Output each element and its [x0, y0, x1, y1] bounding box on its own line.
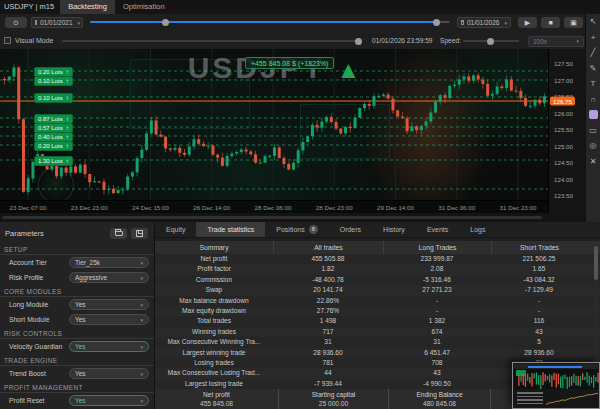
time-axis: 23 Dec 07:0023 Dec 23:0024 Dec 15:0026 D…	[0, 200, 548, 213]
buy-arrow-icon: ↑	[66, 69, 69, 76]
footer-summary-cell: Ending Balance480 845.08	[388, 389, 490, 409]
chevron-down-icon: ▾	[140, 317, 143, 323]
parameter-select[interactable]: Yes▾	[69, 299, 149, 310]
playback-position-slider[interactable]	[62, 40, 357, 42]
buy-arrow-icon: ↑	[66, 143, 69, 150]
crosshair-icon[interactable]: +	[591, 33, 596, 42]
color-swatch[interactable]	[589, 110, 598, 119]
stats-tab-equity[interactable]: Equity	[155, 222, 196, 237]
parameter-select[interactable]: Yes▾	[69, 314, 149, 325]
table-row[interactable]: Total trades1 4981 382116	[155, 316, 600, 326]
table-cell: Profit factor	[155, 264, 273, 274]
stop-button[interactable]: ■	[541, 17, 560, 28]
visual-mode-checkbox[interactable]	[4, 37, 11, 44]
parameters-panel: Parameters SETUPAccount TierTier_25k▾Ris…	[0, 222, 155, 409]
price-tick-label: 124.00	[554, 175, 573, 182]
table-row[interactable]: Commission-48 400.78-5 316.46-43 084.32	[155, 275, 600, 285]
settings-button[interactable]: ⊙	[5, 17, 27, 28]
price-tick-label: 123.50	[554, 192, 573, 199]
table-cell: Max equity drawdown	[155, 306, 273, 316]
speed-thumb[interactable]	[487, 38, 494, 45]
end-date-field[interactable]: 01/01/2026 ▾	[457, 17, 511, 28]
parameter-select[interactable]: Aggressive▾	[69, 272, 149, 283]
daterange-thumb-start[interactable]	[162, 19, 169, 26]
time-tick-label: 24 Dec 15:00	[132, 204, 169, 211]
table-row[interactable]: Max equity drawdown27.76%--	[155, 306, 600, 316]
preview-thumbnail[interactable]	[512, 362, 600, 409]
table-cell: -4 990.50	[383, 379, 491, 389]
daterange-thumb-end[interactable]	[433, 19, 440, 26]
table-cell: Losing trades	[155, 358, 273, 368]
table-cell: 233 999.87	[383, 254, 491, 264]
stats-tab-trade-statistics[interactable]: Trade statistics	[196, 222, 265, 237]
end-date-value: 01/01/2026	[467, 19, 500, 26]
snapshot-button[interactable]: ▣	[564, 17, 583, 28]
chevron-down-icon: ▾	[140, 302, 143, 308]
section-header: CORE MODULES	[0, 285, 154, 297]
stats-tab-logs[interactable]: Logs	[459, 222, 496, 237]
table-row[interactable]: Profit factor1.822.081.65	[155, 264, 600, 274]
chevron-down-icon: ▾	[78, 20, 81, 26]
calendar-icon	[461, 20, 464, 25]
section-header: RISK CONTROLS	[0, 327, 154, 339]
brush-icon[interactable]: ✎	[590, 64, 597, 73]
time-tick-label: 26 Dec 14:00	[193, 204, 230, 211]
parameter-row: Risk ProfileAggressive▾	[0, 270, 154, 285]
parameter-label: Velocity Guardian	[9, 343, 62, 350]
daterange-slider[interactable]	[90, 21, 450, 23]
table-cell: 28 936.60	[491, 348, 587, 358]
symbol-timeframe-label: USDJPY | m15	[0, 0, 60, 14]
parameter-label: Risk Profile	[9, 274, 43, 281]
table-cell: -5 316.46	[383, 275, 491, 285]
footer-summary-cell: Net profit455 845.08	[155, 389, 278, 409]
trendline-icon[interactable]: ╱	[591, 48, 596, 57]
chevron-down-icon: ▾	[140, 260, 143, 266]
section-header: TRADE ENGINE	[0, 354, 154, 366]
parameter-select[interactable]: Tier_25k▾	[69, 257, 149, 268]
table-row[interactable]: Winning trades71767443	[155, 327, 600, 337]
stats-tab-history[interactable]: History	[372, 222, 416, 237]
stats-tab-positions[interactable]: Positions8	[265, 222, 328, 237]
tab-backtesting[interactable]: Backtesting	[60, 0, 115, 14]
shapes-icon[interactable]: ▭	[589, 126, 597, 135]
table-cell: -	[383, 306, 491, 316]
current-price-tag: 126.75	[550, 97, 575, 106]
speed-select[interactable]: 100x ▾	[528, 36, 584, 47]
table-row[interactable]: Max Consecutive Winning Tra...31315	[155, 337, 600, 347]
playback-thumb[interactable]	[355, 38, 362, 45]
cursor-icon[interactable]: ↖	[590, 17, 597, 26]
text-icon[interactable]: T	[591, 79, 596, 88]
open-position-label: 0.20 Lots↑	[34, 141, 73, 151]
speed-slider[interactable]	[463, 40, 519, 42]
table-cell: Total trades	[155, 316, 273, 326]
table-row[interactable]: Max balance drawdown22.86%--	[155, 296, 600, 306]
table-cell: 31	[273, 337, 383, 347]
play-button[interactable]: ▶	[518, 17, 537, 28]
save-settings-button[interactable]	[131, 228, 148, 239]
target-icon[interactable]: ◎	[590, 141, 597, 150]
floating-profit-label: +455 845.08 $ (+1823%)	[245, 57, 334, 69]
speed-value: 100x	[533, 38, 547, 45]
table-row[interactable]: Largest winning trade28 936.606 451.4728…	[155, 348, 600, 358]
positions-count-badge: 8	[309, 225, 318, 234]
parameter-select[interactable]: Yes▾	[69, 368, 149, 379]
magnet-icon[interactable]: ∩	[590, 95, 596, 104]
tab-optimisation[interactable]: Optimisation	[115, 0, 173, 14]
stats-tab-events[interactable]: Events	[416, 222, 459, 237]
parameter-select[interactable]: Yes▾	[69, 395, 149, 406]
price-tick-label: 124.50	[554, 159, 573, 166]
start-date-field[interactable]: 01/01/2021 ▾	[31, 17, 83, 28]
chart-canvas[interactable]: USDJPY ▲ +455 845.08 $ (+1823%) 0.20 Lot…	[0, 49, 548, 213]
eraser-icon[interactable]: ✕	[590, 157, 597, 166]
table-row[interactable]: Swap20 141.7427 271.23-7 129.49	[155, 285, 600, 295]
parameter-select[interactable]: Yes▾	[69, 341, 149, 352]
load-settings-button[interactable]	[110, 228, 127, 239]
parameters-title: Parameters	[5, 229, 44, 238]
table-row[interactable]: Net profit455 505.88233 999.87221 506.25	[155, 254, 600, 264]
stats-tab-orders[interactable]: Orders	[329, 222, 372, 237]
chevron-down-icon: ▾	[504, 20, 507, 26]
parameter-label: Trend Boost	[9, 370, 46, 377]
table-cell: -	[383, 296, 491, 306]
table-cell: Max Consecutive Winning Tra...	[155, 337, 273, 347]
footer-value: 480 845.08	[389, 400, 490, 407]
